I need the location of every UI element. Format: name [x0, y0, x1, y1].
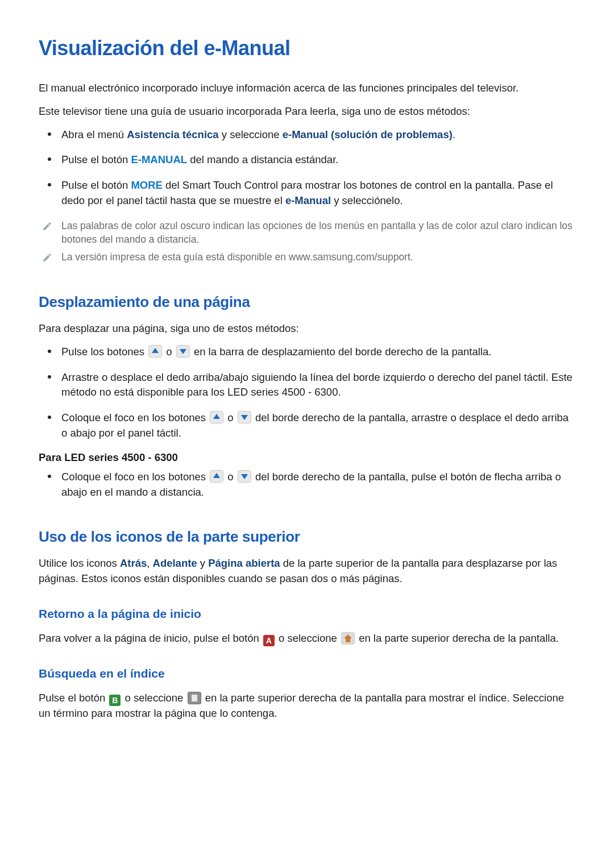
- paragraph: Utilice los iconos Atrás, Adelante y Pág…: [39, 556, 575, 587]
- text: ,: [147, 557, 152, 569]
- text: o seleccione: [276, 632, 340, 644]
- led-series-list: Coloque el foco en los botones o del bor…: [39, 470, 575, 500]
- text: en la barra de desplazamiento del borde …: [191, 346, 492, 358]
- method-list: Abra el menú Asistencia técnica y selecc…: [39, 127, 575, 209]
- text: Abra el menú: [61, 128, 127, 140]
- text: o: [163, 346, 175, 358]
- down-arrow-icon: [238, 411, 251, 423]
- list-item: Pulse el botón E-MANUAL del mando a dist…: [60, 152, 575, 168]
- menu-option: e-Manual: [285, 194, 331, 206]
- note-row: Las palabras de color azul oscuro indica…: [42, 219, 575, 247]
- text: Utilice los iconos: [39, 557, 120, 569]
- up-arrow-icon: [210, 411, 223, 423]
- document-page: Visualización del e-Manual El manual ele…: [0, 0, 614, 763]
- text: del mando a distancia estándar.: [187, 153, 338, 165]
- menu-option: Página abierta: [208, 557, 280, 569]
- section-heading: Uso de los iconos de la parte superior: [39, 528, 575, 546]
- menu-option: Asistencia técnica: [127, 128, 218, 140]
- text: y seleccione: [219, 128, 283, 140]
- list-item: Pulse los botones o en la barra de despl…: [60, 344, 575, 360]
- menu-option: Adelante: [153, 557, 197, 569]
- text: en la parte superior derecha de la panta…: [356, 632, 559, 644]
- intro-paragraph-2: Este televisor tiene una guía de usuario…: [39, 104, 575, 119]
- index-icon: [188, 692, 201, 704]
- text: Para volver a la página de inicio, pulse…: [39, 632, 262, 644]
- a-button-icon: A: [263, 635, 275, 646]
- pencil-icon: [42, 221, 52, 234]
- text: Pulse el botón: [39, 692, 108, 704]
- home-icon: [341, 632, 355, 645]
- text: Coloque el foco en los botones: [61, 471, 209, 483]
- sub-heading: Para LED series 4500 - 6300: [39, 451, 575, 464]
- text: y selecciónelo.: [331, 194, 403, 206]
- list-item: Abra el menú Asistencia técnica y selecc…: [60, 127, 575, 143]
- text: o: [225, 412, 237, 423]
- b-button-icon: B: [109, 695, 121, 706]
- subsection-heading: Retorno a la página de inicio: [39, 607, 575, 621]
- list-item: Arrastre o desplace el dedo arriba/abajo…: [60, 370, 575, 401]
- down-arrow-icon: [176, 345, 190, 358]
- menu-option: e-Manual (solución de problemas): [283, 128, 453, 140]
- text: Pulse el botón: [61, 179, 131, 191]
- remote-button: MORE: [131, 179, 163, 191]
- paragraph: Pulse el botón B o seleccione en la part…: [39, 691, 575, 721]
- list-item: Coloque el foco en los botones o del bor…: [60, 470, 575, 500]
- note-text: La versión impresa de esta guía está dis…: [61, 250, 413, 264]
- note-text: Las palabras de color azul oscuro indica…: [61, 219, 575, 247]
- up-arrow-icon: [210, 470, 223, 483]
- text: .: [453, 128, 455, 140]
- text: o: [225, 471, 237, 483]
- paragraph: Para desplazar una página, siga uno de e…: [39, 321, 575, 337]
- scroll-method-list: Pulse los botones o en la barra de despl…: [39, 344, 575, 441]
- paragraph: Para volver a la página de inicio, pulse…: [39, 631, 575, 646]
- down-arrow-icon: [238, 470, 251, 483]
- up-arrow-icon: [148, 345, 162, 358]
- section-heading: Desplazamiento de una página: [39, 293, 575, 311]
- subsection-heading: Búsqueda en el índice: [39, 667, 575, 680]
- list-item: Coloque el foco en los botones o del bor…: [60, 410, 575, 441]
- text: o seleccione: [122, 692, 186, 704]
- note-row: La versión impresa de esta guía está dis…: [42, 250, 575, 265]
- pencil-icon: [42, 252, 52, 265]
- menu-option: Atrás: [120, 557, 147, 569]
- remote-button: E-MANUAL: [131, 153, 187, 165]
- page-title: Visualización del e-Manual: [39, 36, 575, 60]
- intro-paragraph-1: El manual electrónico incorporado incluy…: [39, 81, 575, 96]
- text: Pulse los botones: [61, 346, 147, 358]
- list-item: Pulse el botón MORE del Smart Touch Cont…: [60, 178, 575, 209]
- text: Pulse el botón: [61, 153, 131, 165]
- text: Coloque el foco en los botones: [61, 412, 209, 423]
- text: y: [197, 557, 209, 569]
